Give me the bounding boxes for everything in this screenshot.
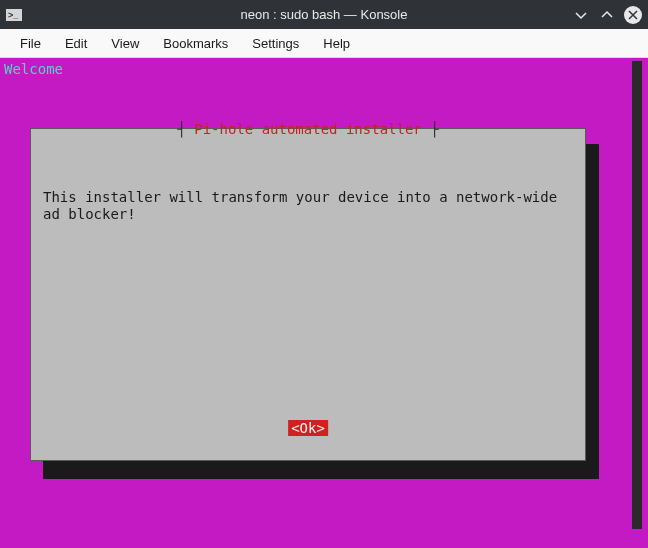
maximize-button[interactable] bbox=[598, 6, 616, 24]
window-controls bbox=[572, 6, 642, 24]
menu-edit[interactable]: Edit bbox=[53, 32, 99, 55]
menu-settings[interactable]: Settings bbox=[240, 32, 311, 55]
menu-help[interactable]: Help bbox=[311, 32, 362, 55]
titlebar: >_ neon : sudo bash — Konsole bbox=[0, 0, 648, 29]
minimize-button[interactable] bbox=[572, 6, 590, 24]
installer-dialog: ┤ Pi-hole automated installer ├ This ins… bbox=[30, 128, 586, 461]
scrollbar[interactable] bbox=[632, 61, 642, 529]
dialog-body: This installer will transform your devic… bbox=[43, 189, 573, 223]
svg-text:>_: >_ bbox=[8, 10, 19, 20]
menu-view[interactable]: View bbox=[99, 32, 151, 55]
menu-bookmarks[interactable]: Bookmarks bbox=[151, 32, 240, 55]
menu-file[interactable]: File bbox=[8, 32, 53, 55]
ok-button[interactable]: <Ok> bbox=[288, 420, 328, 436]
menubar: File Edit View Bookmarks Settings Help bbox=[0, 29, 648, 58]
dialog-title: ┤ Pi-hole automated installer ├ bbox=[31, 121, 585, 137]
terminal-area[interactable]: Welcome ┤ Pi-hole automated installer ├ … bbox=[0, 58, 648, 548]
welcome-text: Welcome bbox=[4, 61, 63, 77]
terminal-icon: >_ bbox=[6, 7, 22, 23]
window-title: neon : sudo bash — Konsole bbox=[0, 7, 648, 22]
close-button[interactable] bbox=[624, 6, 642, 24]
